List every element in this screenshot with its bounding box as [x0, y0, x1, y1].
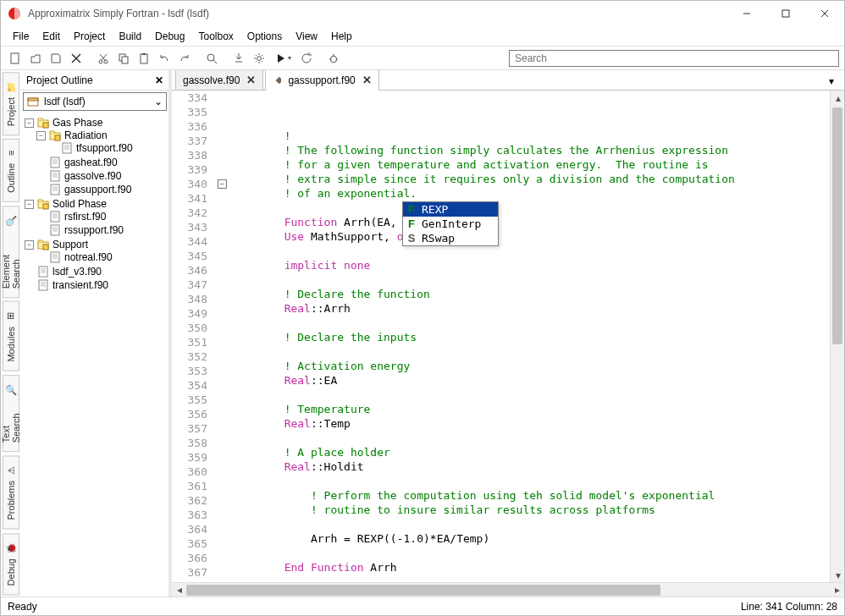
svg-line-23: [256, 55, 257, 56]
svg-rect-32: [28, 98, 38, 101]
refresh-button[interactable]: [297, 49, 316, 68]
tab-close-button[interactable]: ✕: [362, 74, 372, 86]
file-icon: [49, 157, 61, 168]
window-title: Approximatrix Simply Fortran - lsdf (lsd…: [28, 8, 727, 19]
menu-help[interactable]: Help: [324, 28, 359, 45]
scroll-left-icon[interactable]: ◂: [172, 584, 186, 597]
debug-button[interactable]: [324, 49, 343, 68]
find-button[interactable]: [202, 49, 221, 68]
svg-line-17: [213, 60, 217, 63]
tab-overflow-button[interactable]: ▾: [824, 74, 839, 89]
svg-point-27: [331, 56, 337, 63]
tree-file[interactable]: gassolve.f90: [63, 170, 123, 182]
undo-button[interactable]: [155, 49, 174, 68]
menu-build[interactable]: Build: [112, 28, 148, 45]
tree-file[interactable]: transient.f90: [51, 279, 110, 291]
minimize-button[interactable]: [727, 1, 766, 26]
menu-debug[interactable]: Debug: [148, 28, 191, 45]
autocomplete-item[interactable]: FREXP: [403, 202, 498, 217]
svg-rect-36: [55, 135, 60, 140]
tab-close-button[interactable]: ✕: [246, 74, 256, 86]
open-button[interactable]: [26, 49, 45, 68]
tree-folder[interactable]: Solid Phase: [51, 198, 108, 210]
tree-folder[interactable]: Radiation: [63, 129, 109, 141]
menu-edit[interactable]: Edit: [36, 28, 67, 45]
tree-file[interactable]: gasheat.f90: [63, 157, 119, 168]
sidetab-element-search[interactable]: Element Search🔍: [3, 206, 19, 298]
sidetab-debug[interactable]: Debug🐞: [3, 533, 19, 595]
sidetab-problems[interactable]: Problems⚠: [3, 455, 19, 529]
tree-file[interactable]: notreal.f90: [63, 251, 114, 263]
project-selector[interactable]: lsdf (lsdf) ⌄: [23, 92, 167, 111]
svg-line-26: [256, 61, 257, 62]
sidetab-project[interactable]: Project📁: [3, 72, 19, 135]
maximize-button[interactable]: [766, 1, 805, 26]
svg-rect-2: [782, 10, 789, 17]
scroll-down-icon[interactable]: ▾: [831, 568, 844, 582]
svg-rect-15: [142, 53, 146, 55]
chevron-down-icon: ⌄: [154, 96, 163, 107]
file-icon: [61, 142, 73, 154]
settings-button[interactable]: [250, 49, 268, 68]
project-icon: [27, 96, 39, 107]
menu-toolbox[interactable]: Toolbox: [191, 28, 240, 45]
tree-file[interactable]: rsfirst.f90: [63, 211, 108, 223]
code-editor[interactable]: ! ! The following function simply calcul…: [231, 91, 830, 582]
tree-folder[interactable]: Gas Phase: [51, 117, 104, 129]
scroll-thumb[interactable]: [832, 107, 842, 344]
search-input[interactable]: Search: [509, 50, 839, 67]
file-icon: [49, 251, 61, 263]
statusbar: Ready Line: 341 Column: 28: [1, 597, 844, 615]
project-tree[interactable]: −Gas Phase−Radiationtfsupport.f90gasheat…: [21, 113, 168, 597]
svg-rect-69: [39, 267, 47, 277]
fold-toggle[interactable]: −: [218, 179, 227, 189]
autocomplete-item[interactable]: SRSwap: [403, 231, 498, 245]
file-icon: [37, 279, 49, 291]
redo-button[interactable]: [175, 49, 194, 68]
save-button[interactable]: [47, 49, 65, 68]
new-file-button[interactable]: [6, 49, 25, 68]
svg-rect-13: [122, 57, 128, 63]
svg-point-16: [207, 54, 214, 61]
app-icon: [8, 7, 21, 20]
svg-rect-73: [39, 280, 47, 290]
editor-tab[interactable]: gassupport.f90✕: [265, 70, 378, 90]
file-icon: [37, 266, 49, 278]
menu-project[interactable]: Project: [67, 28, 112, 45]
run-button[interactable]: ▾: [270, 49, 295, 68]
sidetab-modules[interactable]: Modules⊞: [3, 301, 19, 371]
sidetab-outline[interactable]: Outline≡: [3, 139, 19, 202]
build-button[interactable]: [229, 49, 248, 68]
outline-close-button[interactable]: ✕: [152, 73, 167, 88]
tree-file[interactable]: rssupport.f90: [63, 224, 125, 236]
editor-tab[interactable]: gassolve.f90✕: [175, 70, 263, 90]
autocomplete-popup[interactable]: FREXPFGenInterpSRSwap: [402, 201, 499, 246]
menu-options[interactable]: Options: [240, 28, 289, 45]
file-icon: [49, 211, 61, 223]
scroll-up-icon[interactable]: ▴: [831, 91, 844, 105]
copy-button[interactable]: [114, 49, 133, 68]
fold-column[interactable]: −: [214, 91, 231, 582]
paste-button[interactable]: [135, 49, 153, 68]
menu-view[interactable]: View: [289, 28, 324, 45]
titlebar: Approximatrix Simply Fortran - lsdf (lsd…: [1, 1, 844, 26]
autocomplete-item[interactable]: FGenInterp: [403, 217, 498, 231]
vertical-scrollbar[interactable]: ▴ ▾: [830, 91, 844, 582]
menu-file[interactable]: File: [6, 28, 36, 45]
tree-file[interactable]: tfsupport.f90: [75, 142, 135, 154]
tree-file[interactable]: lsdf_v3.f90: [51, 266, 103, 278]
sidetab-text-search[interactable]: Text Search🔎: [3, 375, 19, 452]
svg-point-18: [257, 56, 262, 60]
hscroll-thumb[interactable]: [186, 585, 660, 596]
cut-button[interactable]: [94, 49, 113, 68]
svg-rect-54: [43, 204, 48, 209]
scroll-right-icon[interactable]: ▸: [830, 584, 844, 597]
delete-button[interactable]: [67, 49, 86, 68]
svg-rect-59: [51, 225, 59, 235]
close-button[interactable]: [805, 1, 844, 26]
tree-file[interactable]: gassupport.f90: [63, 184, 133, 195]
diamond-icon: [273, 76, 281, 85]
horizontal-scrollbar[interactable]: ◂ ▸: [172, 582, 844, 597]
tree-folder[interactable]: Support: [51, 239, 90, 250]
folder-icon: [37, 117, 49, 129]
